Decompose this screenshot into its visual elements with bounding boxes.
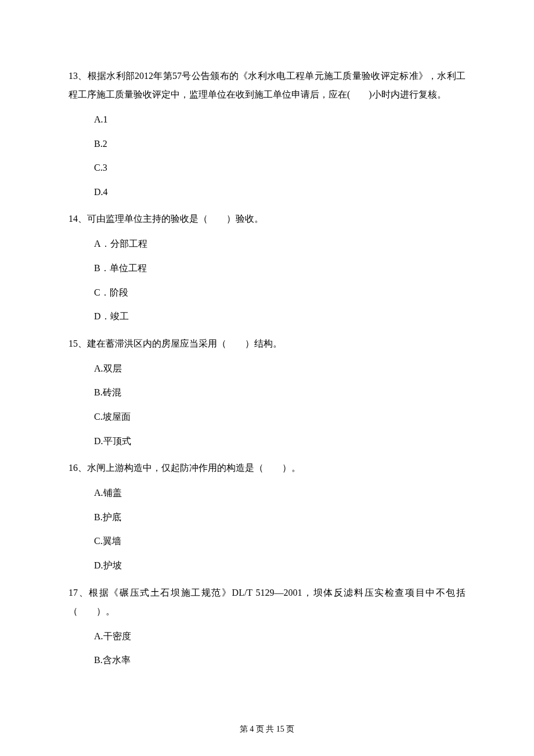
option-d: D.平顶式 xyxy=(94,434,466,449)
option-b: B.砖混 xyxy=(94,385,466,400)
options-list: A．分部工程 B．单位工程 C．阶段 D．竣工 xyxy=(68,228,466,323)
question-number: 16、 xyxy=(68,463,87,473)
question-17: 17、根据《碾压式土石坝施工规范》DL/T 5129—2001，坝体反滤料压实检… xyxy=(68,584,466,668)
options-list: A.双层 B.砖混 C.坡屋面 D.平顶式 xyxy=(68,353,466,448)
question-text: 15、建在蓄滞洪区内的房屋应当采用（ ）结构。 xyxy=(68,334,466,353)
option-a: A.1 xyxy=(94,112,466,127)
option-a: A.铺盖 xyxy=(94,485,466,501)
options-list: A.干密度 B.含水率 xyxy=(68,621,466,668)
option-c: C.坡屋面 xyxy=(94,409,466,424)
question-text: 14、可由监理单位主持的验收是（ ）验收。 xyxy=(68,210,466,228)
option-d: D.4 xyxy=(94,185,466,200)
option-c: C.翼墙 xyxy=(94,534,466,549)
question-text: 13、根据水利部2012年第57号公告颁布的《水利水电工程单元施工质量验收评定标… xyxy=(68,67,466,104)
option-c: C.3 xyxy=(94,160,466,175)
options-list: A.铺盖 B.护底 C.翼墙 D.护坡 xyxy=(68,477,466,573)
question-13: 13、根据水利部2012年第57号公告颁布的《水利水电工程单元施工质量验收评定标… xyxy=(68,67,466,199)
page-footer: 第 4 页 共 15 页 xyxy=(0,723,534,735)
question-body: 根据水利部2012年第57号公告颁布的《水利水电工程单元施工质量验收评定标准》，… xyxy=(68,71,466,99)
document-page: 13、根据水利部2012年第57号公告颁布的《水利水电工程单元施工质量验收评定标… xyxy=(0,0,534,756)
option-d: D.护坡 xyxy=(94,558,466,573)
option-c: C．阶段 xyxy=(94,285,466,300)
question-number: 13、 xyxy=(68,71,88,81)
question-15: 15、建在蓄滞洪区内的房屋应当采用（ ）结构。 A.双层 B.砖混 C.坡屋面 … xyxy=(68,334,466,448)
question-text: 16、水闸上游构造中，仅起防冲作用的构造是（ ）。 xyxy=(68,459,466,477)
option-b: B．单位工程 xyxy=(94,261,466,276)
question-body: 根据《碾压式土石坝施工规范》DL/T 5129—2001，坝体反滤料压实检查项目… xyxy=(68,588,466,616)
question-14: 14、可由监理单位主持的验收是（ ）验收。 A．分部工程 B．单位工程 C．阶段… xyxy=(68,210,466,323)
question-body: 建在蓄滞洪区内的房屋应当采用（ ）结构。 xyxy=(87,339,282,348)
question-number: 14、 xyxy=(68,214,87,224)
option-a: A．分部工程 xyxy=(94,236,466,251)
option-b: B.护底 xyxy=(94,510,466,525)
option-a: A.双层 xyxy=(94,361,466,376)
option-b: B.含水率 xyxy=(94,653,466,668)
option-d: D．竣工 xyxy=(94,309,466,324)
question-body: 可由监理单位主持的验收是（ ）验收。 xyxy=(87,214,264,224)
question-text: 17、根据《碾压式土石坝施工规范》DL/T 5129—2001，坝体反滤料压实检… xyxy=(68,584,466,621)
question-16: 16、水闸上游构造中，仅起防冲作用的构造是（ ）。 A.铺盖 B.护底 C.翼墙… xyxy=(68,459,466,573)
option-b: B.2 xyxy=(94,136,466,152)
question-number: 17、 xyxy=(68,588,89,597)
question-number: 15、 xyxy=(68,339,87,348)
question-body: 水闸上游构造中，仅起防冲作用的构造是（ ）。 xyxy=(87,463,301,473)
options-list: A.1 B.2 C.3 D.4 xyxy=(68,104,466,199)
option-a: A.干密度 xyxy=(94,629,466,644)
